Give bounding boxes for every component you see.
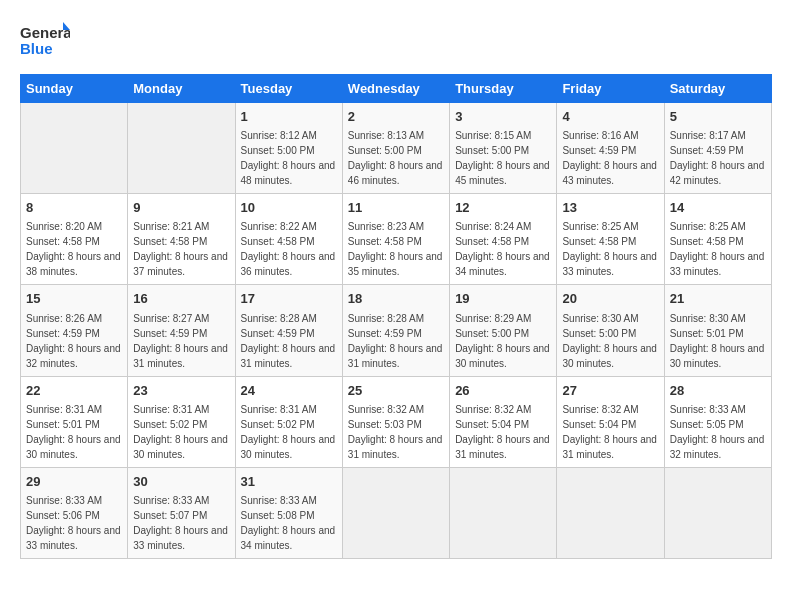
column-header-tuesday: Tuesday	[235, 75, 342, 103]
day-info: Sunrise: 8:27 AMSunset: 4:59 PMDaylight:…	[133, 313, 228, 369]
calendar-day-cell: 16 Sunrise: 8:27 AMSunset: 4:59 PMDaylig…	[128, 285, 235, 376]
calendar-day-cell: 18 Sunrise: 8:28 AMSunset: 4:59 PMDaylig…	[342, 285, 449, 376]
day-info: Sunrise: 8:16 AMSunset: 4:59 PMDaylight:…	[562, 130, 657, 186]
day-info: Sunrise: 8:33 AMSunset: 5:05 PMDaylight:…	[670, 404, 765, 460]
column-header-wednesday: Wednesday	[342, 75, 449, 103]
calendar-day-cell: 20 Sunrise: 8:30 AMSunset: 5:00 PMDaylig…	[557, 285, 664, 376]
day-info: Sunrise: 8:31 AMSunset: 5:02 PMDaylight:…	[241, 404, 336, 460]
day-info: Sunrise: 8:17 AMSunset: 4:59 PMDaylight:…	[670, 130, 765, 186]
calendar-empty-cell	[450, 467, 557, 558]
day-number: 25	[348, 382, 444, 400]
day-number: 5	[670, 108, 766, 126]
calendar-day-cell: 9 Sunrise: 8:21 AMSunset: 4:58 PMDayligh…	[128, 194, 235, 285]
calendar-empty-cell	[128, 103, 235, 194]
day-info: Sunrise: 8:23 AMSunset: 4:58 PMDaylight:…	[348, 221, 443, 277]
calendar-day-cell: 31 Sunrise: 8:33 AMSunset: 5:08 PMDaylig…	[235, 467, 342, 558]
day-info: Sunrise: 8:30 AMSunset: 5:01 PMDaylight:…	[670, 313, 765, 369]
day-number: 12	[455, 199, 551, 217]
day-info: Sunrise: 8:24 AMSunset: 4:58 PMDaylight:…	[455, 221, 550, 277]
svg-text:Blue: Blue	[20, 40, 53, 57]
calendar-day-cell: 22 Sunrise: 8:31 AMSunset: 5:01 PMDaylig…	[21, 376, 128, 467]
day-info: Sunrise: 8:31 AMSunset: 5:01 PMDaylight:…	[26, 404, 121, 460]
page-header: General Blue	[20, 20, 772, 64]
calendar-day-cell: 1 Sunrise: 8:12 AMSunset: 5:00 PMDayligh…	[235, 103, 342, 194]
calendar-day-cell: 10 Sunrise: 8:22 AMSunset: 4:58 PMDaylig…	[235, 194, 342, 285]
day-number: 27	[562, 382, 658, 400]
day-number: 3	[455, 108, 551, 126]
day-number: 14	[670, 199, 766, 217]
calendar-day-cell: 26 Sunrise: 8:32 AMSunset: 5:04 PMDaylig…	[450, 376, 557, 467]
day-info: Sunrise: 8:25 AMSunset: 4:58 PMDaylight:…	[562, 221, 657, 277]
calendar-day-cell: 3 Sunrise: 8:15 AMSunset: 5:00 PMDayligh…	[450, 103, 557, 194]
day-number: 22	[26, 382, 122, 400]
day-number: 11	[348, 199, 444, 217]
day-number: 2	[348, 108, 444, 126]
calendar-day-cell: 12 Sunrise: 8:24 AMSunset: 4:58 PMDaylig…	[450, 194, 557, 285]
day-info: Sunrise: 8:33 AMSunset: 5:07 PMDaylight:…	[133, 495, 228, 551]
column-header-monday: Monday	[128, 75, 235, 103]
calendar-week-row: 29 Sunrise: 8:33 AMSunset: 5:06 PMDaylig…	[21, 467, 772, 558]
logo: General Blue	[20, 20, 70, 64]
day-number: 9	[133, 199, 229, 217]
day-number: 26	[455, 382, 551, 400]
day-number: 8	[26, 199, 122, 217]
day-info: Sunrise: 8:28 AMSunset: 4:59 PMDaylight:…	[241, 313, 336, 369]
day-number: 24	[241, 382, 337, 400]
day-number: 10	[241, 199, 337, 217]
day-info: Sunrise: 8:33 AMSunset: 5:06 PMDaylight:…	[26, 495, 121, 551]
day-number: 21	[670, 290, 766, 308]
calendar-day-cell: 24 Sunrise: 8:31 AMSunset: 5:02 PMDaylig…	[235, 376, 342, 467]
calendar-day-cell: 17 Sunrise: 8:28 AMSunset: 4:59 PMDaylig…	[235, 285, 342, 376]
calendar-week-row: 15 Sunrise: 8:26 AMSunset: 4:59 PMDaylig…	[21, 285, 772, 376]
calendar-day-cell: 15 Sunrise: 8:26 AMSunset: 4:59 PMDaylig…	[21, 285, 128, 376]
calendar-day-cell: 29 Sunrise: 8:33 AMSunset: 5:06 PMDaylig…	[21, 467, 128, 558]
column-header-sunday: Sunday	[21, 75, 128, 103]
calendar-day-cell: 27 Sunrise: 8:32 AMSunset: 5:04 PMDaylig…	[557, 376, 664, 467]
day-info: Sunrise: 8:20 AMSunset: 4:58 PMDaylight:…	[26, 221, 121, 277]
calendar-day-cell: 11 Sunrise: 8:23 AMSunset: 4:58 PMDaylig…	[342, 194, 449, 285]
calendar-day-cell: 28 Sunrise: 8:33 AMSunset: 5:05 PMDaylig…	[664, 376, 771, 467]
day-number: 30	[133, 473, 229, 491]
day-number: 1	[241, 108, 337, 126]
svg-text:General: General	[20, 24, 70, 41]
day-number: 19	[455, 290, 551, 308]
calendar-header-row: SundayMondayTuesdayWednesdayThursdayFrid…	[21, 75, 772, 103]
calendar-week-row: 22 Sunrise: 8:31 AMSunset: 5:01 PMDaylig…	[21, 376, 772, 467]
day-info: Sunrise: 8:13 AMSunset: 5:00 PMDaylight:…	[348, 130, 443, 186]
day-info: Sunrise: 8:29 AMSunset: 5:00 PMDaylight:…	[455, 313, 550, 369]
calendar-day-cell: 8 Sunrise: 8:20 AMSunset: 4:58 PMDayligh…	[21, 194, 128, 285]
calendar-week-row: 8 Sunrise: 8:20 AMSunset: 4:58 PMDayligh…	[21, 194, 772, 285]
calendar-empty-cell	[342, 467, 449, 558]
logo-svg: General Blue	[20, 20, 70, 64]
calendar-week-row: 1 Sunrise: 8:12 AMSunset: 5:00 PMDayligh…	[21, 103, 772, 194]
day-number: 29	[26, 473, 122, 491]
calendar-empty-cell	[21, 103, 128, 194]
day-number: 23	[133, 382, 229, 400]
day-info: Sunrise: 8:22 AMSunset: 4:58 PMDaylight:…	[241, 221, 336, 277]
day-info: Sunrise: 8:15 AMSunset: 5:00 PMDaylight:…	[455, 130, 550, 186]
day-info: Sunrise: 8:32 AMSunset: 5:04 PMDaylight:…	[562, 404, 657, 460]
day-info: Sunrise: 8:31 AMSunset: 5:02 PMDaylight:…	[133, 404, 228, 460]
day-number: 15	[26, 290, 122, 308]
column-header-saturday: Saturday	[664, 75, 771, 103]
calendar-day-cell: 21 Sunrise: 8:30 AMSunset: 5:01 PMDaylig…	[664, 285, 771, 376]
day-info: Sunrise: 8:12 AMSunset: 5:00 PMDaylight:…	[241, 130, 336, 186]
calendar-day-cell: 19 Sunrise: 8:29 AMSunset: 5:00 PMDaylig…	[450, 285, 557, 376]
day-number: 28	[670, 382, 766, 400]
day-info: Sunrise: 8:26 AMSunset: 4:59 PMDaylight:…	[26, 313, 121, 369]
calendar-day-cell: 25 Sunrise: 8:32 AMSunset: 5:03 PMDaylig…	[342, 376, 449, 467]
calendar-day-cell: 14 Sunrise: 8:25 AMSunset: 4:58 PMDaylig…	[664, 194, 771, 285]
column-header-thursday: Thursday	[450, 75, 557, 103]
day-number: 31	[241, 473, 337, 491]
calendar-day-cell: 30 Sunrise: 8:33 AMSunset: 5:07 PMDaylig…	[128, 467, 235, 558]
calendar-day-cell: 23 Sunrise: 8:31 AMSunset: 5:02 PMDaylig…	[128, 376, 235, 467]
calendar-day-cell: 2 Sunrise: 8:13 AMSunset: 5:00 PMDayligh…	[342, 103, 449, 194]
day-number: 13	[562, 199, 658, 217]
day-info: Sunrise: 8:33 AMSunset: 5:08 PMDaylight:…	[241, 495, 336, 551]
day-info: Sunrise: 8:25 AMSunset: 4:58 PMDaylight:…	[670, 221, 765, 277]
calendar-day-cell: 5 Sunrise: 8:17 AMSunset: 4:59 PMDayligh…	[664, 103, 771, 194]
day-info: Sunrise: 8:30 AMSunset: 5:00 PMDaylight:…	[562, 313, 657, 369]
day-number: 4	[562, 108, 658, 126]
calendar-table: SundayMondayTuesdayWednesdayThursdayFrid…	[20, 74, 772, 559]
day-number: 16	[133, 290, 229, 308]
